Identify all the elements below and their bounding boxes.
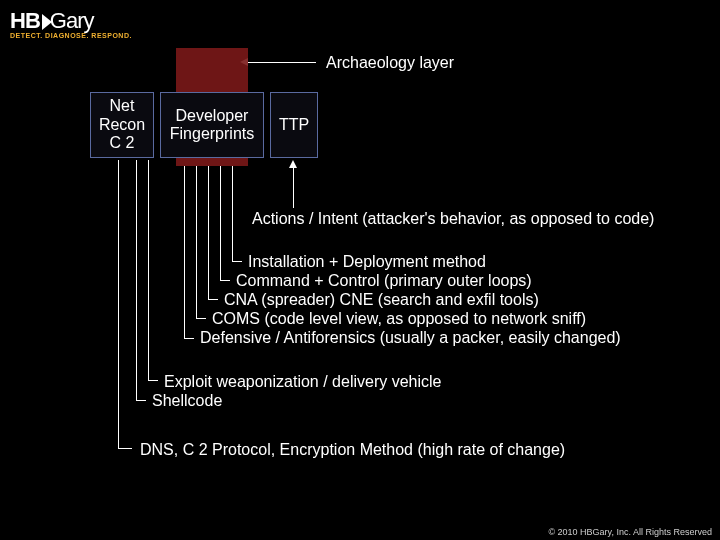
conn-stub-3 [208,299,218,300]
logo-main2: Gary [50,8,94,33]
conn-stub-8 [118,448,132,449]
arrow-ttp-line [293,168,294,208]
arrow-archaeology-line [248,62,316,63]
box-ttp-text: TTP [279,116,309,134]
conn-stub-6 [148,380,158,381]
conn-line-7 [136,160,137,400]
conn-line-3 [208,166,209,299]
copyright: © 2010 HBGary, Inc. All Rights Reserved [548,527,712,537]
box-net-recon-text: Net Recon C 2 [99,97,145,152]
conn-stub-7 [136,400,146,401]
conn-stub-1 [232,261,242,262]
label-archaeology: Archaeology layer [326,54,454,72]
conn-line-2 [220,166,221,280]
conn-line-1 [232,166,233,261]
conn-stub-4 [196,318,206,319]
list-item-5: Defensive / Antiforensics (usually a pac… [200,328,621,347]
box-ttp: TTP [270,92,318,158]
conn-stub-5 [184,338,194,339]
footer: © 2010 HBGary, Inc. All Rights Reserved [0,520,720,540]
list-item-3: CNA (spreader) CNE (search and exfil too… [224,290,539,309]
conn-line-6 [148,160,149,380]
label-actions-intent: Actions / Intent (attacker's behavior, a… [252,210,654,228]
list-item-2: Command + Control (primary outer loops) [236,271,532,290]
logo-sub: DETECT. DIAGNOSE. RESPOND. [10,32,140,39]
box-dev-fingerprints: Developer Fingerprints [160,92,264,158]
arrow-ttp-head-icon [289,160,297,168]
conn-line-4 [196,166,197,318]
conn-stub-2 [220,280,230,281]
list-item-1: Installation + Deployment method [248,252,486,271]
list-item-6: Exploit weaponization / delivery vehicle [164,372,441,391]
conn-line-5 [184,166,185,338]
box-dev-fp-text: Developer Fingerprints [170,107,254,144]
logo: HBGary DETECT. DIAGNOSE. RESPOND. [10,8,140,42]
label-dns: DNS, C 2 Protocol, Encryption Method (hi… [140,440,565,459]
box-net-recon: Net Recon C 2 [90,92,154,158]
logo-main: HB [10,8,40,33]
list-item-4: COMS (code level view, as opposed to net… [212,309,586,328]
list-item-7: Shellcode [152,391,222,410]
conn-line-8 [118,160,119,448]
